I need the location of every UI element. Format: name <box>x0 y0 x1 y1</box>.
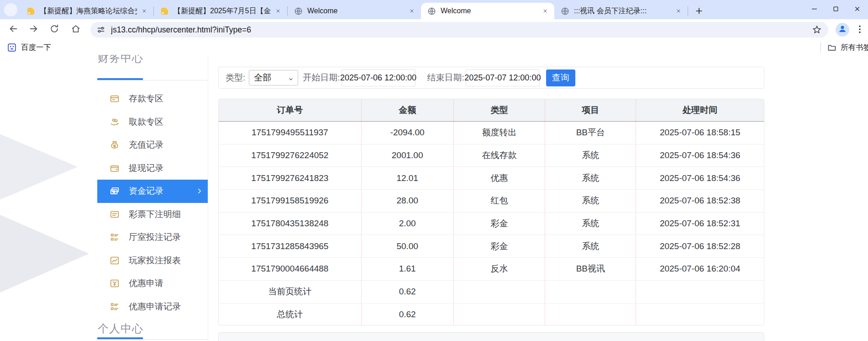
deposit-card-icon <box>110 94 120 104</box>
minimize-button[interactable] <box>804 0 825 19</box>
table-cell: 0.62 <box>361 304 453 326</box>
sidebar-section-finance: 财务中心 <box>98 55 143 70</box>
baidu-icon <box>7 43 16 52</box>
menu-icon <box>855 28 865 36</box>
sidebar-item-label: 充值记录 <box>129 139 163 151</box>
sidebar-item-label: 取款专区 <box>129 116 163 128</box>
profile-avatar[interactable] <box>836 23 849 37</box>
table-cell: BB平台 <box>545 122 636 144</box>
pagination-panel <box>218 332 764 341</box>
window-controls <box>804 0 868 19</box>
start-date-input[interactable]: 2025-07-06 12:00:00 <box>342 69 416 86</box>
table-cell: 1751799276241823 <box>219 167 361 189</box>
tab-divider <box>688 6 688 16</box>
sidebar-item[interactable]: 优惠申请 <box>97 272 208 295</box>
sidebar-item[interactable]: 彩票下注明细 <box>97 203 208 226</box>
table-cell: 彩金 <box>453 213 545 235</box>
close-window-button[interactable] <box>847 0 868 19</box>
tab-title: :::视讯 会员下注纪录::: <box>574 6 671 16</box>
filter-bar: 类型: 全部 开始日期: 2025-07-06 12:00:00 结束日期: 2… <box>218 67 764 89</box>
tab-title: 【新提醒】海燕策略论坛综合交 <box>40 6 137 16</box>
sidebar-item[interactable]: 厅室投注记录 <box>97 226 208 249</box>
search-button[interactable]: 查询 <box>546 69 575 86</box>
sidebar-item-label: 资金记录 <box>129 185 163 197</box>
browser-tab[interactable]: Welcome <box>288 3 421 19</box>
table-cell: 2025-07-06 18:52:28 <box>636 235 764 257</box>
tab-search-button[interactable] <box>4 3 17 16</box>
address-bar[interactable]: js13.cc/hhcp/usercenter.html?iniType=6 <box>90 22 828 37</box>
sidebar-divider <box>208 55 208 341</box>
bookmark-star-button[interactable] <box>812 25 822 35</box>
section-underline <box>97 78 208 80</box>
note-icon <box>160 7 169 16</box>
table-row: 17517992762240522001.00在线存款系统2025-07-06 … <box>219 144 764 167</box>
sidebar-item[interactable]: 优惠申请记录 <box>97 295 208 319</box>
tab-title: 【新提醒】2025年7月5日【金 <box>174 6 271 16</box>
home-icon <box>71 24 81 36</box>
funds-record-icon <box>110 186 120 196</box>
sidebar-item[interactable]: 存款专区 <box>97 87 208 111</box>
tab-close-button[interactable] <box>274 6 283 16</box>
start-date-label: 开始日期: <box>303 72 340 84</box>
back-button[interactable] <box>8 24 19 35</box>
sidebar-item-label: 提现记录 <box>129 162 163 174</box>
sidebar-item-label: 优惠申请记录 <box>129 301 181 313</box>
sidebar-section-personal: 个人中心 <box>98 321 143 336</box>
site-info-icon[interactable] <box>96 25 105 34</box>
table-cell: 优惠 <box>453 167 545 189</box>
all-bookmarks-label: 所有书签 <box>841 43 868 53</box>
column-header: 类型 <box>453 99 545 121</box>
browser-tab[interactable]: Welcome <box>421 3 554 19</box>
minimize-icon <box>811 5 818 14</box>
table-cell: 系统 <box>545 167 636 189</box>
url-text[interactable]: js13.cc/hhcp/usercenter.html?iniType=6 <box>111 25 812 35</box>
table-cell: 2025-07-06 18:52:31 <box>636 213 764 235</box>
end-date-input[interactable]: 2025-07-07 12:00:00 <box>466 69 540 86</box>
sidebar-item[interactable]: 资金记录 <box>97 180 208 203</box>
lottery-detail-icon <box>110 209 120 219</box>
reload-button[interactable] <box>49 24 60 35</box>
chevron-down-icon <box>288 75 294 81</box>
browser-toolbar: js13.cc/hhcp/usercenter.html?iniType=6 <box>0 19 868 40</box>
sidebar-item-label: 彩票下注明细 <box>129 208 181 220</box>
browser-tab[interactable]: 【新提醒】海燕策略论坛综合交 <box>20 3 153 19</box>
type-select[interactable]: 全部 <box>249 70 298 85</box>
tab-close-button[interactable] <box>674 6 683 16</box>
table-cell: BB视讯 <box>545 258 636 280</box>
browser-tab[interactable]: :::视讯 会员下注纪录::: <box>554 3 688 19</box>
table-row: 175173128584396550.00彩金系统2025-07-06 18:5… <box>219 235 764 258</box>
profile-icon <box>838 24 847 35</box>
table-cell: 1751790004664488 <box>219 258 361 280</box>
watermark-shape <box>0 123 79 210</box>
table-cell: 1751780435138248 <box>219 213 361 235</box>
page-content: 财务中心 存款专区 取款专区 充值记录 提现记录 资金记录 彩票下注明细 <box>0 55 868 341</box>
promo-record-icon <box>110 302 120 312</box>
sidebar-item[interactable]: 玩家投注报表 <box>97 249 208 272</box>
records-table: 订单号金额类型项目处理时间 1751799495511937-2094.00额度… <box>218 99 764 325</box>
forward-button[interactable] <box>28 24 39 35</box>
all-bookmarks-button[interactable]: 所有书签 <box>827 42 868 53</box>
sidebar-item[interactable]: 取款专区 <box>97 111 208 134</box>
tab-close-button[interactable] <box>140 6 149 16</box>
section-title: 财务中心 <box>98 55 143 65</box>
table-cell: 2025-07-06 18:54:36 <box>636 144 764 167</box>
bookmark-baidu[interactable]: 百度一下 <box>7 42 51 53</box>
table-row: 17517900046644881.61反水BB视讯2025-07-06 16:… <box>219 258 764 281</box>
home-button[interactable] <box>70 24 81 35</box>
tab-close-button[interactable] <box>541 6 550 16</box>
table-cell: 当前页统计 <box>219 281 361 303</box>
table-cell: 反水 <box>453 258 545 280</box>
withdraw-hand-icon <box>110 117 120 127</box>
watermark-shape <box>0 199 90 309</box>
bookmarks-bar: 百度一下 所有书签 <box>0 40 868 55</box>
browser-menu-button[interactable] <box>855 24 866 35</box>
sidebar-item[interactable]: 提现记录 <box>97 157 208 180</box>
tab-close-button[interactable] <box>407 6 416 16</box>
maximize-button[interactable] <box>825 0 847 19</box>
browser-tab[interactable]: 【新提醒】2025年7月5日【金 <box>154 3 287 19</box>
table-cell: 系统 <box>545 235 636 257</box>
new-tab-button[interactable] <box>693 5 705 17</box>
table-cell: 2025-07-06 18:52:38 <box>636 190 764 212</box>
sidebar-item[interactable]: 充值记录 <box>97 133 208 157</box>
recharge-bag-icon <box>110 140 120 150</box>
